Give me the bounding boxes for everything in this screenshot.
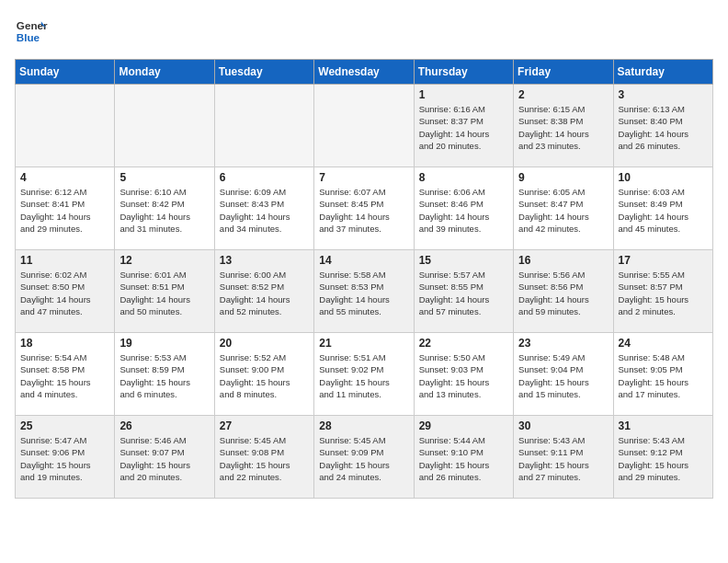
- cell-info: Sunrise: 5:56 AMSunset: 8:56 PMDaylight:…: [518, 269, 608, 317]
- cell-info: Sunrise: 5:43 AMSunset: 9:11 PMDaylight:…: [518, 434, 608, 483]
- calendar-cell: 17Sunrise: 5:55 AMSunset: 8:57 PMDayligh…: [613, 250, 712, 333]
- day-number: 16: [518, 254, 608, 267]
- day-header-wednesday: Wednesday: [314, 60, 414, 85]
- day-number: 2: [518, 88, 608, 101]
- calendar-cell: 26Sunrise: 5:46 AMSunset: 9:07 PMDayligh…: [115, 416, 214, 499]
- day-number: 23: [518, 337, 608, 350]
- day-number: 11: [20, 254, 109, 267]
- day-number: 17: [619, 254, 708, 267]
- calendar-cell: 22Sunrise: 5:50 AMSunset: 9:03 PMDayligh…: [414, 333, 513, 416]
- cell-info: Sunrise: 6:03 AMSunset: 8:49 PMDaylight:…: [619, 186, 708, 235]
- day-number: 3: [619, 88, 708, 101]
- cell-info: Sunrise: 5:57 AMSunset: 8:55 PMDaylight:…: [419, 269, 508, 317]
- cell-info: Sunrise: 5:49 AMSunset: 9:04 PMDaylight:…: [518, 351, 608, 400]
- cell-info: Sunrise: 6:10 AMSunset: 8:42 PMDaylight:…: [119, 186, 209, 235]
- cell-info: Sunrise: 5:45 AMSunset: 9:08 PMDaylight:…: [220, 434, 309, 483]
- cell-info: Sunrise: 5:53 AMSunset: 8:59 PMDaylight:…: [119, 351, 209, 400]
- page-header: General Blue: [15, 15, 713, 48]
- day-number: 20: [220, 337, 309, 350]
- day-number: 9: [518, 171, 608, 184]
- day-number: 14: [319, 254, 408, 267]
- day-number: 13: [220, 254, 309, 267]
- calendar-table: SundayMondayTuesdayWednesdayThursdayFrid…: [15, 59, 713, 499]
- day-number: 19: [119, 337, 209, 350]
- calendar-cell: 11Sunrise: 6:02 AMSunset: 8:50 PMDayligh…: [16, 250, 115, 333]
- day-number: 30: [518, 419, 608, 432]
- day-number: 27: [220, 419, 309, 432]
- calendar-cell: 25Sunrise: 5:47 AMSunset: 9:06 PMDayligh…: [16, 416, 115, 499]
- cell-info: Sunrise: 5:52 AMSunset: 9:00 PMDaylight:…: [220, 351, 309, 400]
- day-header-monday: Monday: [115, 60, 214, 85]
- day-number: 15: [419, 254, 508, 267]
- calendar-cell: [314, 85, 414, 167]
- calendar-cell: 2Sunrise: 6:15 AMSunset: 8:38 PMDaylight…: [514, 85, 613, 167]
- calendar-cell: 16Sunrise: 5:56 AMSunset: 8:56 PMDayligh…: [514, 250, 613, 333]
- calendar-cell: 18Sunrise: 5:54 AMSunset: 8:58 PMDayligh…: [16, 333, 115, 416]
- day-header-thursday: Thursday: [414, 60, 513, 85]
- day-number: 21: [319, 337, 408, 350]
- day-number: 31: [619, 419, 708, 432]
- calendar-cell: 30Sunrise: 5:43 AMSunset: 9:11 PMDayligh…: [514, 416, 613, 499]
- day-number: 29: [419, 419, 508, 432]
- calendar-cell: 12Sunrise: 6:01 AMSunset: 8:51 PMDayligh…: [115, 250, 214, 333]
- cell-info: Sunrise: 5:48 AMSunset: 9:05 PMDaylight:…: [619, 351, 708, 400]
- calendar-cell: 6Sunrise: 6:09 AMSunset: 8:43 PMDaylight…: [214, 167, 313, 250]
- calendar-cell: 21Sunrise: 5:51 AMSunset: 9:02 PMDayligh…: [314, 333, 414, 416]
- cell-info: Sunrise: 6:06 AMSunset: 8:46 PMDaylight:…: [419, 186, 508, 235]
- day-header-sunday: Sunday: [16, 60, 115, 85]
- calendar-cell: 14Sunrise: 5:58 AMSunset: 8:53 PMDayligh…: [314, 250, 414, 333]
- cell-info: Sunrise: 5:45 AMSunset: 9:09 PMDaylight:…: [319, 434, 408, 483]
- cell-info: Sunrise: 5:58 AMSunset: 8:53 PMDaylight:…: [319, 269, 408, 317]
- calendar-cell: 20Sunrise: 5:52 AMSunset: 9:00 PMDayligh…: [214, 333, 313, 416]
- cell-info: Sunrise: 6:07 AMSunset: 8:45 PMDaylight:…: [319, 186, 408, 235]
- cell-info: Sunrise: 6:16 AMSunset: 8:37 PMDaylight:…: [419, 103, 508, 152]
- cell-info: Sunrise: 6:09 AMSunset: 8:43 PMDaylight:…: [220, 186, 309, 235]
- calendar-cell: [115, 85, 214, 167]
- calendar-cell: 27Sunrise: 5:45 AMSunset: 9:08 PMDayligh…: [214, 416, 313, 499]
- week-row-5: 25Sunrise: 5:47 AMSunset: 9:06 PMDayligh…: [16, 416, 713, 499]
- day-number: 26: [119, 419, 209, 432]
- calendar-cell: 31Sunrise: 5:43 AMSunset: 9:12 PMDayligh…: [613, 416, 712, 499]
- logo-icon: General Blue: [15, 15, 48, 48]
- calendar-header-row: SundayMondayTuesdayWednesdayThursdayFrid…: [16, 60, 713, 85]
- day-number: 6: [220, 171, 309, 184]
- calendar-cell: 28Sunrise: 5:45 AMSunset: 9:09 PMDayligh…: [314, 416, 414, 499]
- cell-info: Sunrise: 5:50 AMSunset: 9:03 PMDaylight:…: [419, 351, 508, 400]
- calendar-cell: 29Sunrise: 5:44 AMSunset: 9:10 PMDayligh…: [414, 416, 513, 499]
- day-number: 28: [319, 419, 408, 432]
- calendar-cell: 23Sunrise: 5:49 AMSunset: 9:04 PMDayligh…: [514, 333, 613, 416]
- cell-info: Sunrise: 5:43 AMSunset: 9:12 PMDaylight:…: [619, 434, 708, 483]
- calendar-cell: 7Sunrise: 6:07 AMSunset: 8:45 PMDaylight…: [314, 167, 414, 250]
- calendar-cell: 5Sunrise: 6:10 AMSunset: 8:42 PMDaylight…: [115, 167, 214, 250]
- cell-info: Sunrise: 6:02 AMSunset: 8:50 PMDaylight:…: [20, 269, 109, 317]
- cell-info: Sunrise: 6:05 AMSunset: 8:47 PMDaylight:…: [518, 186, 608, 235]
- day-number: 5: [119, 171, 209, 184]
- day-header-tuesday: Tuesday: [214, 60, 313, 85]
- calendar-cell: 15Sunrise: 5:57 AMSunset: 8:55 PMDayligh…: [414, 250, 513, 333]
- week-row-2: 4Sunrise: 6:12 AMSunset: 8:41 PMDaylight…: [16, 167, 713, 250]
- day-number: 4: [20, 171, 109, 184]
- week-row-3: 11Sunrise: 6:02 AMSunset: 8:50 PMDayligh…: [16, 250, 713, 333]
- calendar-cell: 8Sunrise: 6:06 AMSunset: 8:46 PMDaylight…: [414, 167, 513, 250]
- logo: General Blue: [15, 15, 48, 48]
- cell-info: Sunrise: 6:12 AMSunset: 8:41 PMDaylight:…: [20, 186, 109, 235]
- cell-info: Sunrise: 5:55 AMSunset: 8:57 PMDaylight:…: [619, 269, 708, 317]
- cell-info: Sunrise: 6:00 AMSunset: 8:52 PMDaylight:…: [220, 269, 309, 317]
- calendar-cell: 24Sunrise: 5:48 AMSunset: 9:05 PMDayligh…: [613, 333, 712, 416]
- calendar-cell: 10Sunrise: 6:03 AMSunset: 8:49 PMDayligh…: [613, 167, 712, 250]
- calendar-cell: 19Sunrise: 5:53 AMSunset: 8:59 PMDayligh…: [115, 333, 214, 416]
- day-number: 12: [119, 254, 209, 267]
- calendar-cell: 13Sunrise: 6:00 AMSunset: 8:52 PMDayligh…: [214, 250, 313, 333]
- svg-text:Blue: Blue: [17, 31, 40, 43]
- calendar-cell: [16, 85, 115, 167]
- day-number: 25: [20, 419, 109, 432]
- day-number: 18: [20, 337, 109, 350]
- week-row-1: 1Sunrise: 6:16 AMSunset: 8:37 PMDaylight…: [16, 85, 713, 167]
- cell-info: Sunrise: 5:51 AMSunset: 9:02 PMDaylight:…: [319, 351, 408, 400]
- cell-info: Sunrise: 6:15 AMSunset: 8:38 PMDaylight:…: [518, 103, 608, 152]
- day-number: 8: [419, 171, 508, 184]
- calendar-cell: [214, 85, 313, 167]
- cell-info: Sunrise: 5:47 AMSunset: 9:06 PMDaylight:…: [20, 434, 109, 483]
- day-header-saturday: Saturday: [613, 60, 712, 85]
- day-number: 1: [419, 88, 508, 101]
